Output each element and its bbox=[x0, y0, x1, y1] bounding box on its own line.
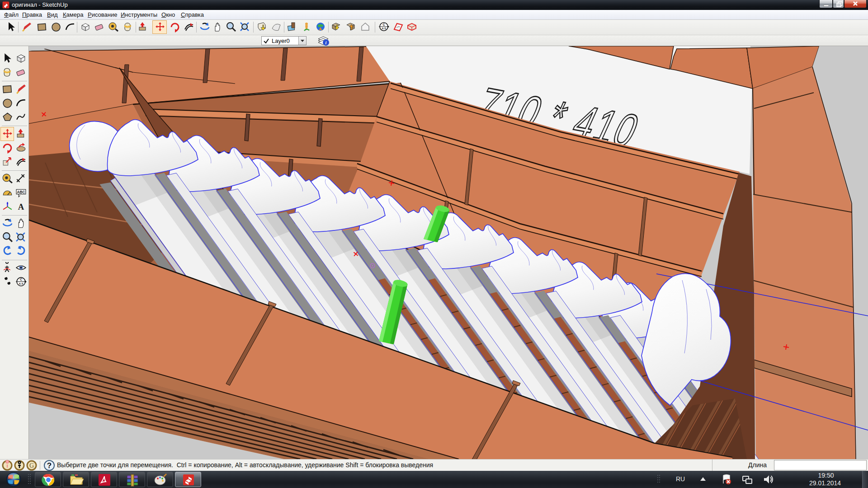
svg-text:C: C bbox=[20, 277, 23, 282]
svg-text:G: G bbox=[29, 462, 34, 469]
svg-text:?: ? bbox=[47, 461, 52, 470]
svg-text:A-5: A-5 bbox=[382, 27, 386, 30]
svg-text:i: i bbox=[326, 40, 327, 45]
svg-text:C: C bbox=[382, 23, 385, 26]
svg-text:A-5: A-5 bbox=[19, 282, 24, 285]
svg-text:A: A bbox=[18, 202, 24, 211]
svg-text:ABC: ABC bbox=[17, 190, 25, 194]
